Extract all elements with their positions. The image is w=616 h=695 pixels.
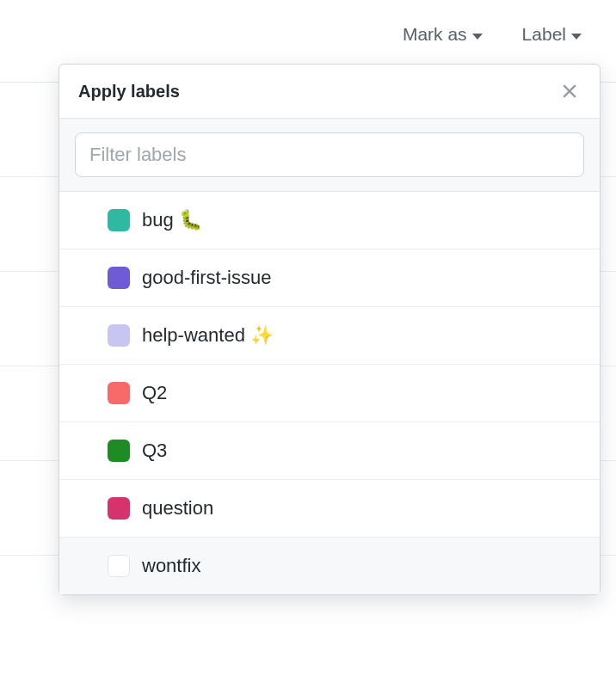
label-name: Q3: [142, 440, 167, 462]
label-name: question: [142, 497, 213, 520]
label-name: help-wanted ✨: [142, 324, 274, 347]
label-name: wontfix: [142, 555, 200, 577]
dropdown-title: Apply labels: [78, 82, 180, 101]
mark-as-button[interactable]: Mark as: [403, 24, 483, 45]
label-button-label: Label: [522, 24, 566, 45]
label-swatch: [108, 209, 130, 231]
caret-down-icon: [571, 34, 582, 40]
label-swatch: [108, 267, 130, 289]
label-list: bug 🐛 good-first-issue help-wanted ✨ Q2 …: [59, 192, 600, 594]
label-item-q3[interactable]: Q3: [59, 422, 600, 480]
caret-down-icon: [472, 34, 483, 40]
filter-labels-input[interactable]: [75, 132, 584, 177]
label-item-wontfix[interactable]: wontfix: [59, 538, 600, 594]
label-swatch: [108, 382, 130, 404]
label-item-bug[interactable]: bug 🐛: [59, 192, 600, 249]
label-item-question[interactable]: question: [59, 480, 600, 538]
close-icon: [558, 80, 581, 102]
label-name: Q2: [142, 382, 167, 404]
label-swatch: [108, 440, 130, 462]
label-name: bug 🐛: [142, 209, 202, 231]
label-swatch: [108, 497, 130, 520]
filter-area: [59, 119, 600, 192]
mark-as-label: Mark as: [403, 24, 467, 45]
toolbar-buttons: Mark as Label: [403, 24, 582, 45]
label-item-help-wanted[interactable]: help-wanted ✨: [59, 307, 600, 365]
label-button[interactable]: Label: [522, 24, 582, 45]
label-swatch: [108, 555, 130, 577]
label-name: good-first-issue: [142, 267, 271, 289]
dropdown-header: Apply labels: [59, 65, 600, 119]
label-swatch: [108, 324, 130, 347]
apply-labels-dropdown: Apply labels bug 🐛 good-first-issue help…: [59, 64, 601, 595]
label-item-good-first-issue[interactable]: good-first-issue: [59, 249, 600, 307]
label-item-q2[interactable]: Q2: [59, 365, 600, 422]
close-button[interactable]: [558, 80, 581, 102]
